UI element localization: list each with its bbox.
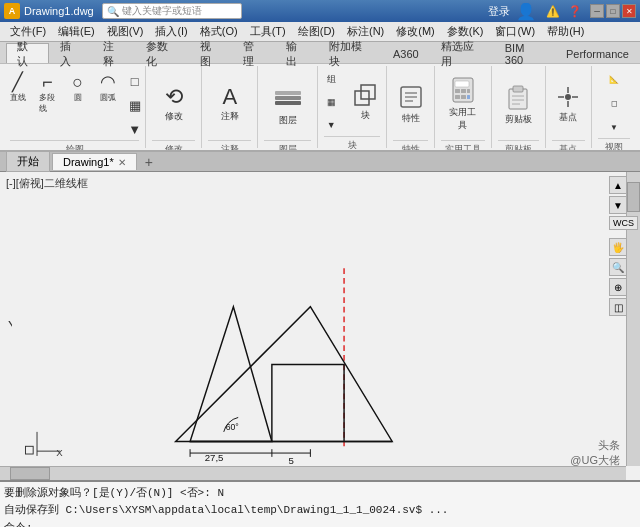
svg-rect-11 [455,89,460,93]
btn-block[interactable]: 块 [346,70,384,135]
btn-utilities[interactable]: 实用工具 [441,68,485,140]
btn-rt-4[interactable]: 🔍 [609,258,627,276]
app-icon: A [4,3,20,19]
btn-clipboard[interactable]: 剪贴板 [498,68,539,140]
utilities-group-label: 实用工具 [441,140,485,152]
ribbon-group-block: 组 ▦ ▼ 块 块 [318,66,387,148]
login-button[interactable]: 登录 [488,4,510,19]
btn-block-tools3[interactable]: ▼ [320,114,342,136]
line-icon: ╱ [12,73,23,91]
btn-modify[interactable]: ⟲ 修改 [156,68,192,140]
right-tools: ▲ ▼ WCS 🖐 🔍 ⊕ ◫ [609,176,638,316]
btn-properties[interactable]: 特性 [391,68,431,140]
title-bar: A Drawing1.dwg 🔍 键入关键字或短语 登录 👤 ⚠️ ❓ ─ □ … [0,0,640,22]
svg-rect-10 [455,81,469,87]
svg-rect-27 [12,172,628,480]
btn-more-draw[interactable]: ▼ [124,118,146,140]
tab-bim360[interactable]: BIM 360 [494,43,555,63]
tab-view[interactable]: 视图 [189,43,232,63]
add-drawing-tab[interactable]: + [139,152,159,172]
modify-group-label: 修改 [152,140,195,152]
ribbon-group-layers: 图层 图层 [258,66,318,148]
svg-rect-15 [461,95,466,99]
btn-rt-5[interactable]: ⊕ [609,278,627,296]
btn-rt-3[interactable]: 🖐 [609,238,627,256]
btn-polyline[interactable]: ⌐ 多段线 [34,70,62,117]
btn-basepoint[interactable]: 基点 [549,68,587,140]
properties-icon [398,84,424,110]
tab-insert[interactable]: 插入 [49,43,92,63]
cmd-line-1: 要删除源对象吗？[是(Y)/否(N)] <否>: N [4,484,636,501]
ribbon-group-modify: ⟲ 修改 修改 [146,66,202,148]
btn-rt-2[interactable]: ▼ [609,196,627,214]
svg-rect-1 [275,91,301,95]
drawing-tabs: 开始 Drawing1* ✕ + [0,152,640,172]
svg-rect-4 [361,85,375,99]
ribbon-group-annotation: A 注释 注释 [202,66,258,148]
block-icon [353,83,377,107]
wcs-label[interactable]: WCS [609,216,638,230]
search-box[interactable]: 🔍 键入关键字或短语 [102,3,242,19]
btn-hatch[interactable]: ▦ [124,94,146,116]
tab-performance[interactable]: Performance [555,43,640,63]
tab-addons[interactable]: 附加模块 [318,43,382,63]
btn-block-tools2[interactable]: ▦ [320,91,342,113]
tab-featured[interactable]: 精选应用 [430,43,494,63]
tab-a360[interactable]: A360 [382,43,430,63]
btn-circle[interactable]: ○ 圆 [64,70,92,106]
svg-text:X: X [56,447,63,458]
svg-rect-3 [355,91,369,105]
tab-parametric[interactable]: 参数化 [135,43,189,63]
svg-rect-12 [461,89,466,93]
basepoint-icon [556,85,580,109]
btn-view-3[interactable]: ▼ [596,116,632,138]
svg-rect-18 [513,86,523,92]
cmd-input-row: 命令: [4,520,636,527]
canvas-svg: X 60° 27,5 5 [0,172,640,480]
minimize-button[interactable]: ─ [590,4,604,18]
arc-icon: ◠ [100,73,116,91]
tab-output[interactable]: 输出 [275,43,318,63]
svg-text:27,5: 27,5 [205,452,224,463]
menu-bar: 文件(F) 编辑(E) 视图(V) 插入(I) 格式(O) 工具(T) 绘图(D… [0,22,640,42]
btn-view-2[interactable]: ◻ [596,92,632,114]
ribbon-group-basepoint: 基点 基点 [546,66,592,148]
btn-layers[interactable]: 图层 [266,68,310,140]
btn-rectangle[interactable]: □ [124,70,146,92]
tab-start[interactable]: 开始 [6,151,50,172]
menu-help[interactable]: 帮助(H) [541,22,590,41]
layers-icon [273,82,303,112]
ribbon-group-view: 📐 ◻ ▼ 视图 [592,66,636,148]
btn-block-tools1[interactable]: 组 [320,68,342,90]
tab-manage[interactable]: 管理 [232,43,275,63]
close-button[interactable]: ✕ [622,4,636,18]
ribbon-group-properties: 特性 特性 [387,66,435,148]
window-controls: ─ □ ✕ [590,4,636,18]
svg-rect-2 [275,101,301,105]
menu-window[interactable]: 窗口(W) [489,22,541,41]
view-group-label: 视图 [598,138,630,152]
tab-drawing1[interactable]: Drawing1* ✕ [52,153,137,170]
close-drawing-icon[interactable]: ✕ [118,157,126,168]
ribbon: ╱ 直线 ⌐ 多段线 ○ 圆 ◠ 圆弧 □ ▦ ▼ 绘图 [0,64,640,152]
btn-arc[interactable]: ◠ 圆弧 [94,70,122,106]
menu-modify[interactable]: 修改(M) [390,22,441,41]
btn-line[interactable]: ╱ 直线 [4,70,32,106]
restore-button[interactable]: □ [606,4,620,18]
btn-view-1[interactable]: 📐 [596,68,632,90]
tab-default[interactable]: 默认 [6,43,49,63]
btn-rt-6[interactable]: ◫ [609,298,627,316]
btn-annotation[interactable]: A 注释 [212,68,248,140]
tab-annotation[interactable]: 注释 [92,43,135,63]
cmd-input[interactable] [33,522,636,528]
ribbon-group-utilities: 实用工具 实用工具 [435,66,492,148]
app-title: Drawing1.dwg [24,5,94,17]
command-area: 要删除源对象吗？[是(Y)/否(N)] <否>: N 自动保存到 C:\User… [0,480,640,527]
annotation-icon: A [222,86,237,108]
btn-rt-1[interactable]: ▲ [609,176,627,194]
svg-rect-16 [467,95,470,99]
svg-point-22 [565,94,571,100]
cmd-prompt: 命令: [4,520,33,527]
svg-text:5: 5 [288,455,293,466]
horizontal-scrollbar[interactable] [0,466,626,480]
